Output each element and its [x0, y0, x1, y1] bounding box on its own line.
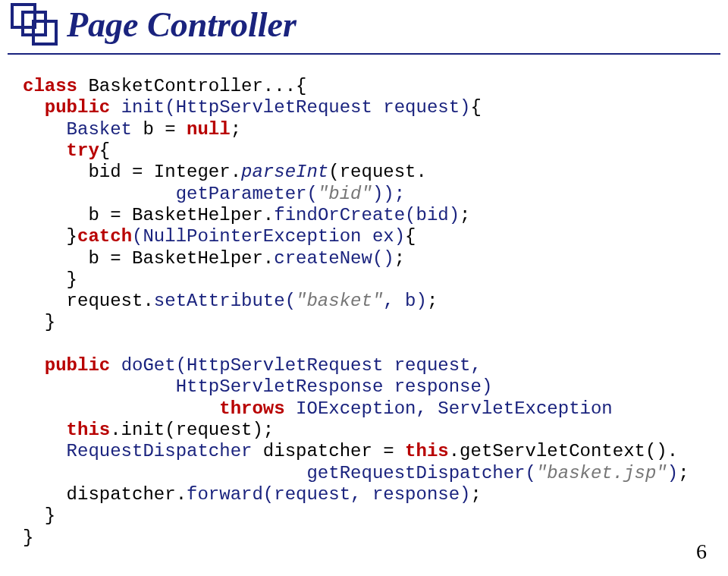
code-text: dispatcher = — [252, 441, 405, 461]
code-text: dispatcher. — [23, 484, 187, 505]
code-text — [23, 119, 67, 140]
code-text — [23, 398, 219, 419]
code-text: { — [471, 97, 482, 118]
method-call: setAttribute( — [154, 291, 296, 311]
code-text: } — [23, 226, 77, 247]
page-number: 6 — [696, 540, 707, 564]
string-literal: "basket.jsp" — [536, 463, 667, 483]
catch-args: (NullPointerException ex) — [132, 226, 405, 247]
code-text — [110, 97, 121, 118]
code-text: bid = Integer. — [23, 162, 241, 182]
method-call: parseInt — [241, 162, 328, 182]
code-text: { — [405, 226, 416, 247]
code-text: } — [23, 505, 55, 526]
kw-try: try — [67, 140, 99, 161]
code-text: .init(request); — [110, 420, 274, 440]
kw-this: this — [67, 420, 111, 440]
kw-null: null — [187, 119, 231, 140]
type-name: Basket — [67, 119, 132, 140]
code-text: ; — [678, 463, 689, 483]
code-text — [23, 376, 176, 397]
code-text: .getServletContext(). — [449, 441, 678, 461]
code-text: ; — [394, 248, 405, 269]
method-sig: init(HttpServletRequest request) — [121, 97, 471, 118]
code-text: } — [23, 312, 55, 332]
code-text — [23, 420, 67, 440]
code-text — [23, 184, 176, 204]
slide: Page Controller class BasketController..… — [0, 0, 728, 576]
code-text: (request. — [328, 162, 427, 182]
method-call: createNew() — [274, 248, 394, 269]
code-text — [23, 140, 67, 161]
code-text: } — [23, 269, 77, 290]
kw-throws: throws — [219, 398, 284, 419]
kw-catch: catch — [77, 226, 132, 247]
code-text: ; — [231, 119, 241, 140]
code-text: BasketController...{ — [77, 76, 306, 96]
title-row: Page Controller — [8, 2, 720, 47]
string-literal: "basket" — [296, 291, 383, 311]
method-sig: HttpServletResponse response) — [176, 376, 493, 397]
kw-public: public — [45, 97, 110, 118]
code-text: ; — [460, 205, 470, 225]
code-text — [23, 355, 45, 376]
code-text: ; — [427, 291, 438, 311]
code-text — [23, 441, 67, 461]
string-literal: "bid" — [318, 184, 372, 204]
kw-class: class — [23, 76, 77, 96]
method-call: ) — [667, 463, 678, 483]
exception-types: IOException, ServletException — [296, 398, 613, 419]
code-text: )); — [372, 184, 405, 204]
logo-icon — [8, 2, 61, 47]
method-call: findOrCreate(bid) — [274, 205, 460, 225]
code-text: b = BasketHelper. — [23, 205, 274, 225]
code-text — [285, 398, 296, 419]
title-underline — [8, 53, 720, 55]
method-call: , b) — [383, 291, 427, 311]
method-call: getRequestDispatcher( — [306, 463, 535, 483]
kw-public: public — [45, 355, 110, 376]
code-text: b = — [132, 119, 187, 140]
code-text — [23, 97, 45, 118]
code-text: request. — [23, 291, 154, 311]
code-text: b = BasketHelper. — [23, 248, 274, 269]
code-text: { — [99, 140, 110, 161]
method-sig: doGet(HttpServletRequest request, — [121, 355, 482, 376]
code-block: class BasketController...{ public init(H… — [23, 76, 705, 549]
type-name: RequestDispatcher — [67, 441, 253, 461]
slide-title: Page Controller — [67, 5, 297, 45]
kw-this: this — [405, 441, 449, 461]
code-text — [110, 355, 121, 376]
code-text — [23, 463, 306, 483]
method-call: getParameter( — [176, 184, 318, 204]
code-text: ; — [471, 484, 482, 505]
code-text: } — [23, 527, 33, 548]
method-call: forward(request, response) — [187, 484, 470, 505]
